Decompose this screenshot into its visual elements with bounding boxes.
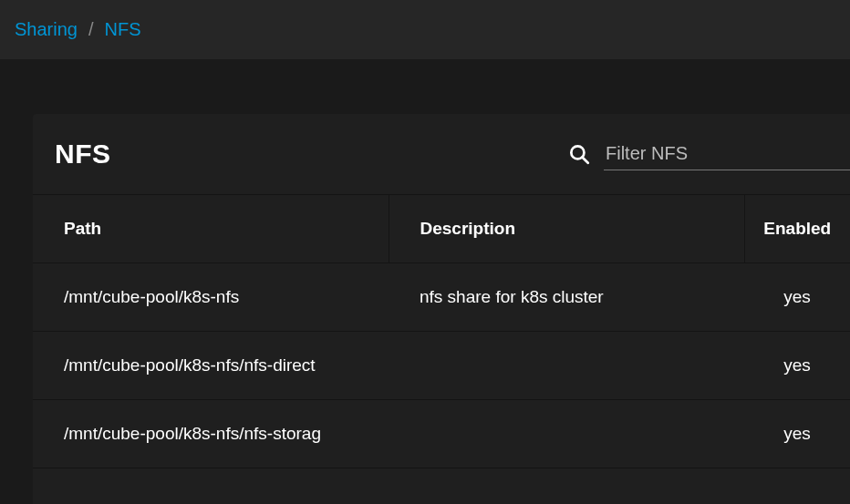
- cell-description: nfs share for k8s cluster: [389, 263, 744, 332]
- breadcrumb-current-link[interactable]: NFS: [105, 19, 141, 40]
- svg-line-1: [582, 157, 587, 162]
- table-row[interactable]: /mnt/cube-pool/k8s-nfs/nfs-directyes: [33, 332, 850, 400]
- col-header-enabled[interactable]: Enabled: [744, 195, 850, 263]
- cell-enabled: yes: [744, 263, 850, 332]
- search-container: [567, 138, 850, 170]
- cell-enabled: yes: [744, 400, 850, 468]
- cell-path: /mnt/cube-pool/k8s-nfs/nfs-direct: [33, 332, 389, 400]
- nfs-table: Path Description Enabled /mnt/cube-pool/…: [33, 194, 850, 468]
- table-row[interactable]: /mnt/cube-pool/k8s-nfsnfs share for k8s …: [33, 263, 850, 332]
- nfs-card: NFS Path Description Enabled /mnt/cube-p…: [33, 114, 850, 504]
- table-row[interactable]: /mnt/cube-pool/k8s-nfs/nfs-storagyes: [33, 400, 850, 468]
- search-icon[interactable]: [567, 142, 591, 166]
- cell-description: [389, 332, 744, 400]
- breadcrumb-separator: /: [88, 19, 94, 40]
- breadcrumb-root-link[interactable]: Sharing: [15, 19, 78, 40]
- card-header: NFS: [33, 114, 850, 194]
- filter-input[interactable]: [604, 138, 850, 170]
- col-header-description[interactable]: Description: [389, 195, 744, 263]
- cell-path: /mnt/cube-pool/k8s-nfs/nfs-storag: [33, 400, 389, 468]
- table-header-row: Path Description Enabled: [33, 195, 850, 263]
- cell-enabled: yes: [744, 332, 850, 400]
- cell-path: /mnt/cube-pool/k8s-nfs: [33, 263, 389, 332]
- page-title: NFS: [55, 139, 111, 170]
- col-header-path[interactable]: Path: [33, 195, 389, 263]
- cell-description: [389, 400, 744, 468]
- breadcrumb: Sharing / NFS: [0, 0, 850, 59]
